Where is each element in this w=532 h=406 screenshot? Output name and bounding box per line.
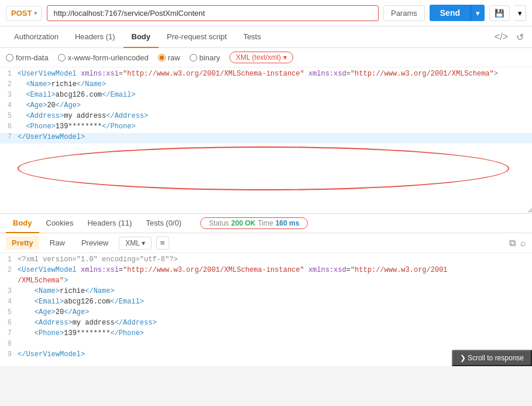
resp-tab-tests[interactable]: Tests (0/0) bbox=[139, 214, 188, 233]
resp-line-7: 7 <Phone>139********</Phone> bbox=[0, 329, 532, 340]
pretty-button[interactable]: Pretty bbox=[6, 236, 39, 250]
resp-line-2b: /XMLSchema"> bbox=[0, 277, 532, 287]
save-button[interactable]: 💾 bbox=[489, 5, 510, 21]
send-group: Send ▾ bbox=[430, 5, 485, 21]
req-line-7: 7 </UserViewModel> bbox=[0, 133, 532, 144]
form-data-option[interactable]: form-data bbox=[6, 53, 49, 62]
tab-tests[interactable]: Tests bbox=[235, 26, 269, 48]
tab-actions: </> ↺ bbox=[492, 29, 526, 45]
tab-prerequest[interactable]: Pre-request script bbox=[159, 26, 235, 48]
send-dropdown-button[interactable]: ▾ bbox=[471, 5, 485, 21]
resp-line-5: 5 <Age>20</Age> bbox=[0, 308, 532, 319]
req-line-3: 3 <Email>abcg126.com</Email> bbox=[0, 91, 532, 101]
response-tabs: Body Cookies Headers (11) Tests (0/0) St… bbox=[0, 214, 532, 233]
response-wrapper: 1 <?xml version="1.0" encoding="utf-8"?>… bbox=[0, 253, 532, 366]
resp-line-3: 3 <Name>richie</Name> bbox=[0, 287, 532, 298]
xml-type-badge[interactable]: XML (text/xml) ▾ bbox=[229, 52, 293, 63]
response-format-bar: Pretty Raw Preview XML ▾ ≡ ⧉ ⌕ bbox=[0, 233, 532, 253]
req-line-5: 5 <Address>my address</Address> bbox=[0, 112, 532, 122]
preview-button[interactable]: Preview bbox=[75, 236, 114, 250]
method-chevron-icon: ▾ bbox=[34, 10, 37, 16]
tab-authorization[interactable]: Authorization bbox=[6, 26, 67, 48]
xml-chevron-icon: ▾ bbox=[283, 53, 287, 62]
response-code-area[interactable]: 1 <?xml version="1.0" encoding="utf-8"?>… bbox=[0, 253, 532, 366]
body-options: form-data x-www-form-urlencoded raw bina… bbox=[0, 48, 532, 67]
resp-line-2: 2 <UserViewModel xmlns:xsi="http://www.w… bbox=[0, 266, 532, 277]
code-icon-button[interactable]: </> bbox=[492, 29, 510, 45]
request-tabs: Authorization Headers (1) Body Pre-reque… bbox=[0, 26, 532, 48]
resp-tab-headers[interactable]: Headers (11) bbox=[80, 214, 139, 233]
tab-body[interactable]: Body bbox=[123, 26, 159, 48]
resp-line-4: 4 <Email>abcg126.com</Email> bbox=[0, 298, 532, 308]
req-line-2: 2 <Name>richie</Name> bbox=[0, 80, 532, 91]
params-button[interactable]: Params bbox=[383, 5, 425, 21]
xml-format-chevron-icon: ▾ bbox=[142, 239, 145, 247]
tab-headers[interactable]: Headers (1) bbox=[67, 26, 123, 48]
req-line-4: 4 <Age>20</Age> bbox=[0, 101, 532, 112]
status-info: Status 200 OK Time 160 ms bbox=[200, 215, 308, 231]
urlencoded-option[interactable]: x-www-form-urlencoded bbox=[58, 53, 149, 62]
scroll-to-response-button[interactable]: ❯ Scroll to response bbox=[452, 350, 532, 366]
resp-line-6: 6 <Address>my address</Address> bbox=[0, 319, 532, 329]
request-code-editor[interactable]: 1 <UserViewModel xmlns:xsi="http://www.w… bbox=[0, 67, 532, 213]
status-pill: Status 200 OK Time 160 ms bbox=[200, 217, 308, 229]
indent-button[interactable]: ≡ bbox=[156, 236, 169, 250]
resp-tab-body[interactable]: Body bbox=[6, 214, 39, 233]
time-value: 160 ms bbox=[276, 219, 300, 227]
xml-format-label: XML bbox=[125, 239, 140, 247]
binary-option[interactable]: binary bbox=[190, 53, 220, 62]
refresh-icon-button[interactable]: ↺ bbox=[514, 29, 526, 45]
method-label: POST bbox=[11, 9, 32, 18]
resp-line-8: 8 bbox=[0, 340, 532, 350]
req-line-1: 1 <UserViewModel xmlns:xsi="http://www.w… bbox=[0, 70, 532, 80]
resize-handle[interactable]: ◢ bbox=[525, 206, 532, 213]
url-input[interactable] bbox=[47, 5, 379, 21]
response-section: Body Cookies Headers (11) Tests (0/0) St… bbox=[0, 214, 532, 366]
search-button[interactable]: ⌕ bbox=[520, 238, 526, 248]
send-button[interactable]: Send bbox=[430, 5, 471, 21]
req-line-6: 6 <Phone>139********</Phone> bbox=[0, 122, 532, 133]
method-selector[interactable]: POST ▾ bbox=[6, 6, 42, 21]
xml-label: XML (text/xml) bbox=[236, 53, 281, 62]
request-editor: 1 <UserViewModel xmlns:xsi="http://www.w… bbox=[0, 67, 532, 214]
save-dropdown-button[interactable]: ▾ bbox=[514, 5, 526, 21]
raw-button[interactable]: Raw bbox=[44, 236, 71, 250]
resp-tab-cookies[interactable]: Cookies bbox=[39, 214, 81, 233]
xml-format-button[interactable]: XML ▾ bbox=[119, 237, 152, 250]
copy-button[interactable]: ⧉ bbox=[509, 238, 516, 248]
raw-option[interactable]: raw bbox=[158, 53, 180, 62]
time-label: Time bbox=[258, 219, 273, 227]
status-value: 200 OK bbox=[231, 219, 255, 227]
top-bar: POST ▾ Params Send ▾ 💾 ▾ bbox=[0, 0, 532, 26]
status-label: Status bbox=[209, 219, 229, 227]
resp-line-1: 1 <?xml version="1.0" encoding="utf-8"?> bbox=[0, 255, 532, 266]
